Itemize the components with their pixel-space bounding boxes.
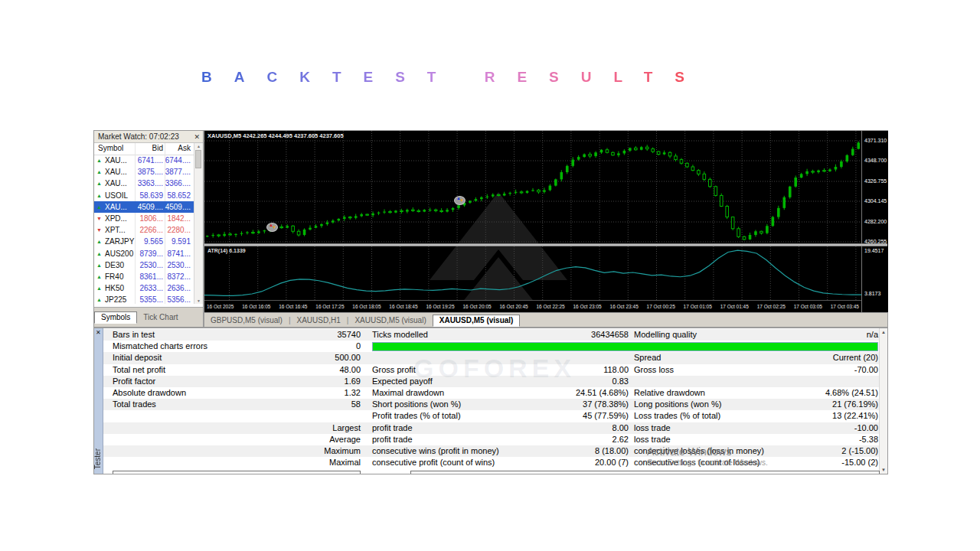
time-tick: 16 Oct 16:05 xyxy=(242,304,270,309)
market-watch-row[interactable]: ▲AUS2008739...8741... xyxy=(94,248,194,259)
market-watch-tab-0[interactable]: Symbols xyxy=(94,311,137,324)
market-watch-row[interactable]: ▲XAU...3363....3366.... xyxy=(94,178,194,189)
up-arrow-icon: ▲ xyxy=(96,178,102,189)
atr-indicator-chart[interactable] xyxy=(204,246,861,300)
symbol-name: XPD... xyxy=(105,213,127,224)
stat-value: 20.00 (7) xyxy=(517,457,629,468)
bid-value: 6741.... xyxy=(132,155,163,166)
symbol-name: JP225 xyxy=(105,294,126,305)
stat-label: consecutive wins (profit in money) xyxy=(372,445,514,457)
scroll-up-icon[interactable]: ▲ xyxy=(195,144,202,148)
symbol-name: AUS200 xyxy=(105,248,133,259)
down-arrow-icon: ▼ xyxy=(96,224,102,236)
time-tick: 16 Oct 23:05 xyxy=(573,304,602,309)
stat-label: Expected payoff xyxy=(372,376,514,387)
time-tick: 16 Oct 2025 xyxy=(207,304,234,309)
column-ask[interactable]: Ask xyxy=(165,144,191,152)
up-arrow-icon: ▲ xyxy=(96,190,102,201)
market-watch-row[interactable]: ▲FR408361...8372... xyxy=(94,271,194,282)
symbol-name: DE30 xyxy=(105,259,124,271)
exit-arrow-icon: ▼ xyxy=(459,198,464,203)
market-watch-row[interactable]: ▲USOIL58.63958.652 xyxy=(94,190,194,201)
stat-label: Bars in test xyxy=(113,329,281,341)
market-watch-row[interactable]: ▲XAU...4509....4509.... xyxy=(94,201,194,213)
stat-value: 2 (-15.00) xyxy=(769,445,878,457)
table-row: Absolute drawdown1.32Maximal drawdown24.… xyxy=(103,387,880,399)
table-row: Profit factor1.69Expected payoff0.83 xyxy=(103,376,880,387)
market-watch-row[interactable]: ▲ZARJPY9.5659.591 xyxy=(94,236,194,247)
chart-tab-3[interactable]: XAUUSD,M5 (visual) xyxy=(433,315,521,327)
ask-value: 3877.... xyxy=(165,166,191,178)
chart-window[interactable]: XAUUSD,M5 4242.265 4244.495 4237.605 423… xyxy=(204,130,888,313)
tester-tab-label[interactable]: Tester xyxy=(93,448,102,469)
ask-value: 2530... xyxy=(165,259,191,271)
scroll-down-icon[interactable]: ▼ xyxy=(195,298,202,303)
table-row: Maximumconsecutive wins (profit in money… xyxy=(103,445,880,457)
scroll-up-icon[interactable]: ▲ xyxy=(880,330,887,334)
price-tick: 4282.200 xyxy=(864,219,887,224)
table-row: Largestprofit trade8.00loss trade-10.00 xyxy=(103,422,880,434)
ask-value: 2636... xyxy=(165,282,191,294)
close-icon[interactable]: ✕ xyxy=(96,329,101,336)
time-tick: 16 Oct 22:25 xyxy=(536,304,564,309)
market-watch-title: Market Watch: 07:02:23 xyxy=(98,132,179,141)
market-watch-header: Market Watch: 07:02:23 ✕ xyxy=(94,131,203,143)
market-watch-row[interactable]: ▲JP2255355...5356... xyxy=(94,294,194,305)
market-watch-row[interactable]: ▲DE302530...2530... xyxy=(94,259,194,271)
time-tick: 17 Oct 01:45 xyxy=(720,304,749,309)
stat-value: 24.51 (4.68%) xyxy=(517,387,629,399)
bid-value: 8361... xyxy=(132,271,163,282)
report-table: Bars in test35740Ticks modelled36434658M… xyxy=(103,329,880,468)
chart-tab-1[interactable]: XAUUSD,H1 xyxy=(291,315,347,326)
bid-value: 1806... xyxy=(132,213,163,224)
up-arrow-icon: ▲ xyxy=(96,294,102,305)
time-tick: 17 Oct 03:45 xyxy=(831,304,859,309)
stat-label: profit trade xyxy=(372,422,514,434)
stat-value: 36434658 xyxy=(517,329,629,341)
indicator-splitter[interactable] xyxy=(204,243,887,246)
up-arrow-icon: ▲ xyxy=(96,201,102,213)
time-tick: 16 Oct 20:45 xyxy=(499,304,528,309)
time-tick: 16 Oct 18:45 xyxy=(389,304,417,309)
market-watch-scrollbar[interactable]: ▲ ▼ xyxy=(194,143,203,304)
scroll-down-icon[interactable]: ▼ xyxy=(880,468,887,472)
table-row: Mismatched charts errors0 xyxy=(103,341,880,352)
atr-indicator-label: ATR(14) 6.1339 xyxy=(207,248,246,253)
bid-value: 4509.... xyxy=(132,201,163,213)
stat-value: 500.00 xyxy=(276,352,361,364)
stat-value: n/a xyxy=(769,329,878,341)
time-tick: 17 Oct 02:25 xyxy=(757,304,786,309)
up-arrow-icon: ▲ xyxy=(96,248,102,259)
chart-tab-0[interactable]: GBPUSD,M5 (visual) xyxy=(204,315,289,326)
candlestick-chart[interactable] xyxy=(204,131,861,243)
stat-label: Gross profit xyxy=(372,364,514,376)
table-row: Total net profit48.00Gross profit118.00G… xyxy=(103,364,880,376)
report-scrollbar[interactable]: ▲ ▼ xyxy=(879,328,887,474)
symbol-name: XAU... xyxy=(105,155,127,166)
price-axis: 4371.3104348.7004326.7554304.1454282.200… xyxy=(861,131,888,312)
bid-value: 9.565 xyxy=(132,236,163,247)
market-watch-tab-1[interactable]: Tick Chart xyxy=(137,312,184,323)
market-watch-row[interactable]: ▲HK502633...2636... xyxy=(94,282,194,294)
column-symbol[interactable]: Symbol xyxy=(98,144,123,152)
stat-label: consecutive loss (count of losses) xyxy=(634,457,768,468)
stat-label: Total net profit xyxy=(113,364,281,376)
stat-value: 8.00 xyxy=(517,422,629,434)
market-watch-row[interactable]: ▼XPT...2266...2280... xyxy=(94,224,194,236)
market-watch-row[interactable]: ▼XPD...1806...1842... xyxy=(94,213,194,224)
market-watch-row[interactable]: ▲XAU...6741....6744.... xyxy=(94,155,194,166)
stat-value: 58 xyxy=(276,399,361,410)
table-row: Initial deposit500.00SpreadCurrent (20) xyxy=(103,352,880,364)
up-arrow-icon: ▲ xyxy=(96,271,102,282)
stat-value: 35740 xyxy=(276,329,361,341)
ask-value: 4509.... xyxy=(165,201,191,213)
chart-tab-2[interactable]: XAUUSD,M5 (visual) xyxy=(348,315,432,326)
time-tick: 16 Oct 16:45 xyxy=(279,304,307,309)
market-watch-row[interactable]: ▲XAU...3875....3877.... xyxy=(94,166,194,178)
atr-tick: 19.4517 xyxy=(864,248,884,253)
column-bid[interactable]: Bid xyxy=(136,144,163,152)
stat-label: consecutive losses (loss in money) xyxy=(634,445,768,457)
close-icon[interactable]: ✕ xyxy=(194,131,200,143)
scrollbar-thumb[interactable] xyxy=(195,150,201,168)
symbol-name: ZARJPY xyxy=(105,236,134,247)
